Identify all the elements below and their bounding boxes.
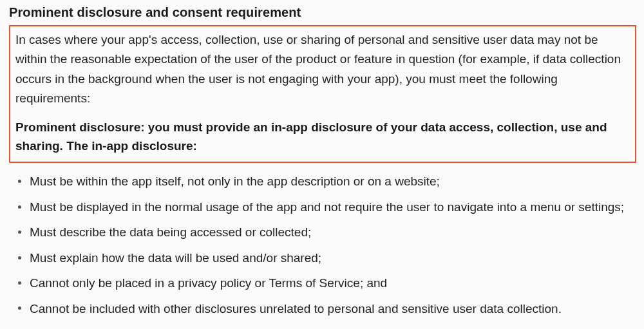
requirements-list: Must be within the app itself, not only …	[9, 172, 636, 318]
section-heading: Prominent disclosure and consent require…	[9, 5, 636, 20]
list-item: Must describe the data being accessed or…	[17, 223, 636, 241]
highlighted-disclosure-box: In cases where your app's access, collec…	[9, 25, 636, 163]
prominent-disclosure-lead: Prominent disclosure: you must provide a…	[15, 118, 630, 156]
intro-paragraph: In cases where your app's access, collec…	[15, 30, 630, 109]
list-item: Cannot be included with other disclosure…	[17, 299, 636, 318]
document-page: Prominent disclosure and consent require…	[0, 0, 644, 329]
list-item: Must be within the app itself, not only …	[17, 172, 636, 191]
list-item: Cannot only be placed in a privacy polic…	[17, 274, 636, 292]
list-item: Must be displayed in the normal usage of…	[17, 198, 636, 216]
list-item: Must explain how the data will be used a…	[17, 249, 636, 267]
